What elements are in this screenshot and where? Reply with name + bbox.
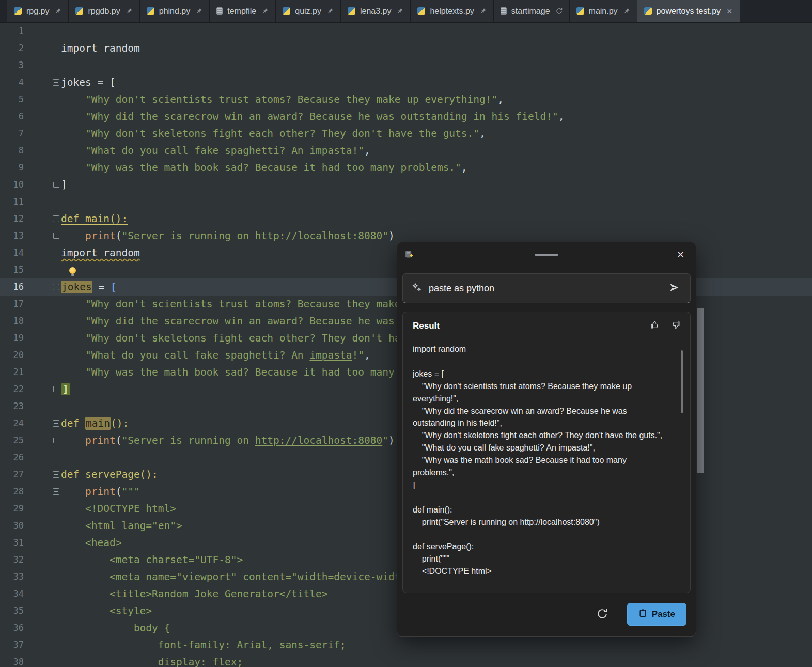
paste-button[interactable]: Paste	[627, 603, 686, 626]
fold-end-icon[interactable]	[53, 233, 59, 239]
fold-open-icon[interactable]	[53, 420, 59, 427]
result-line	[413, 529, 681, 541]
editor-line-4[interactable]: 4jokes = [	[0, 74, 812, 91]
code-text: print("Server is running on http://local…	[61, 432, 395, 449]
pin-icon[interactable]	[623, 8, 630, 14]
editor-line-11[interactable]: 11	[0, 193, 812, 210]
line-number: 27	[0, 466, 27, 483]
pin-icon[interactable]	[480, 8, 487, 14]
editor-line-5[interactable]: 5 "Why don't scientists trust atoms? Bec…	[0, 91, 812, 108]
quickfix-lightbulb-icon[interactable]	[69, 267, 76, 274]
editor-line-37[interactable]: 37 font-family: Arial, sans-serif;	[0, 637, 812, 654]
tab-rpg-py[interactable]: rpg.py	[7, 0, 69, 22]
fold-open-icon[interactable]	[53, 79, 59, 86]
tab-label: main.py	[589, 7, 618, 16]
text-file-icon	[501, 7, 507, 15]
code-text: "Why don't scientists trust atoms? Becau…	[61, 91, 504, 108]
editor-scrollbar[interactable]	[697, 308, 704, 473]
result-line: jokes = [	[413, 368, 681, 380]
drag-handle[interactable]	[535, 254, 558, 256]
pin-icon[interactable]	[196, 8, 202, 14]
result-scrollbar[interactable]	[681, 350, 683, 413]
regenerate-icon[interactable]	[594, 606, 611, 624]
editor-line-10[interactable]: 10]	[0, 176, 812, 193]
tab-startimage[interactable]: startimage	[494, 0, 570, 22]
editor-line-6[interactable]: 6 "Why did the scarecrow win an award? B…	[0, 108, 812, 125]
fold-end-icon[interactable]	[53, 386, 59, 392]
editor-line-3[interactable]: 3	[0, 57, 812, 74]
tab-powertoys-test-py[interactable]: powertoys test.py×	[637, 0, 740, 22]
line-number: 13	[0, 227, 27, 244]
tab-main-py[interactable]: main.py	[570, 0, 637, 22]
advanced-paste-window: ✕ paste as python Result import randomjo…	[397, 242, 696, 637]
code-text	[61, 261, 76, 278]
close-icon[interactable]: ✕	[674, 248, 688, 261]
pin-icon[interactable]	[397, 8, 403, 14]
fold-column	[27, 619, 61, 637]
tab-label: tempfile	[227, 7, 256, 16]
fold-column	[27, 57, 61, 74]
code-text: jokes = [	[61, 74, 116, 91]
line-number: 29	[0, 500, 27, 517]
result-line: "Why don't skeletons fight each other? T…	[413, 429, 681, 442]
line-number: 12	[0, 210, 27, 227]
line-number: 10	[0, 176, 27, 193]
result-line: print("""	[413, 553, 681, 565]
line-number: 31	[0, 534, 27, 551]
line-number: 37	[0, 637, 27, 654]
line-number: 28	[0, 483, 27, 500]
editor-line-7[interactable]: 7 "Why don't skeletons fight each other?…	[0, 125, 812, 142]
editor-line-2[interactable]: 2import random	[0, 40, 812, 57]
text-file-icon	[216, 7, 223, 15]
fold-column	[27, 23, 61, 40]
line-number: 2	[0, 40, 27, 57]
code-text: jokes = [	[61, 278, 117, 296]
line-number: 1	[0, 23, 27, 40]
ai-prompt-box[interactable]: paste as python	[402, 273, 691, 303]
line-number: 22	[0, 381, 27, 398]
pin-icon[interactable]	[262, 8, 269, 14]
fold-column	[27, 449, 61, 466]
tab-quiz-py[interactable]: quiz.py	[276, 0, 341, 22]
line-number: 14	[0, 244, 27, 261]
python-file-icon	[75, 7, 83, 15]
fold-open-icon[interactable]	[53, 215, 59, 222]
editor-line-8[interactable]: 8 "What do you call fake spaghetti? An i…	[0, 142, 812, 159]
line-number: 8	[0, 142, 27, 159]
line-number: 3	[0, 57, 27, 74]
reload-icon[interactable]	[556, 8, 563, 14]
close-tab-icon[interactable]: ×	[726, 7, 733, 16]
tab-helptexts-py[interactable]: helptexts.py	[411, 0, 493, 22]
code-text: "What do you call fake spaghetti? An imp…	[61, 142, 370, 159]
editor-line-1[interactable]: 1	[0, 23, 812, 40]
fold-open-icon[interactable]	[53, 284, 59, 290]
thumbs-up-icon[interactable]	[650, 320, 660, 332]
code-text: <head>	[61, 534, 121, 551]
fold-open-icon[interactable]	[53, 471, 59, 478]
fold-open-icon[interactable]	[53, 488, 59, 495]
fold-end-icon[interactable]	[53, 182, 59, 188]
fold-column	[27, 466, 61, 483]
pin-icon[interactable]	[327, 8, 334, 14]
tab-rpgdb-py[interactable]: rpgdb.py	[69, 0, 139, 22]
fold-column	[27, 637, 61, 654]
fold-end-icon[interactable]	[53, 438, 59, 443]
fold-column	[27, 381, 61, 398]
tab-label: quiz.py	[295, 7, 321, 16]
send-icon[interactable]	[667, 280, 682, 297]
pin-icon[interactable]	[126, 8, 133, 14]
tab-label: powertoys test.py	[657, 7, 721, 16]
result-line: def main():	[413, 504, 681, 516]
pin-icon[interactable]	[55, 8, 61, 14]
prompt-input[interactable]: paste as python	[429, 283, 660, 294]
dialog-titlebar[interactable]: ✕	[397, 242, 696, 267]
editor-line-9[interactable]: 9 "Why was the math book sad? Because it…	[0, 159, 812, 176]
fold-column	[27, 568, 61, 585]
fold-column	[27, 415, 61, 432]
tab-phind-py[interactable]: phind.py	[140, 0, 210, 22]
editor-line-38[interactable]: 38 display: flex;	[0, 654, 812, 667]
tab-tempfile[interactable]: tempfile	[210, 0, 276, 22]
thumbs-down-icon[interactable]	[670, 320, 681, 332]
tab-lena3-py[interactable]: lena3.py	[341, 0, 411, 22]
editor-line-12[interactable]: 12def main():	[0, 210, 812, 227]
